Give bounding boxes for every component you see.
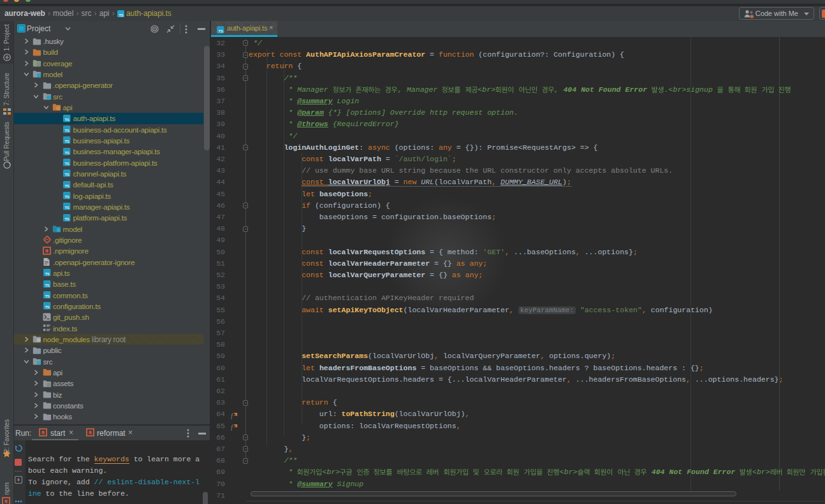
svg-text:TS: TS (64, 129, 69, 133)
svg-text:TS: TS (45, 272, 49, 276)
svg-text:TS: TS (64, 217, 69, 221)
svg-text:f: f (231, 412, 234, 419)
svg-text:TS: TS (64, 173, 69, 176)
svg-text:TS: TS (45, 284, 49, 287)
svg-text:TS: TS (119, 13, 123, 17)
svg-text:f: f (231, 423, 234, 431)
svg-text:TS: TS (64, 151, 69, 155)
svg-text:TS: TS (45, 294, 49, 298)
svg-text:TS: TS (64, 162, 69, 166)
svg-text:TS: TS (64, 206, 69, 210)
svg-text:TS: TS (45, 305, 49, 309)
svg-text:TS: TS (64, 140, 69, 143)
svg-text:TS: TS (218, 29, 223, 33)
svg-text:TS: TS (64, 118, 69, 122)
svg-text:TS: TS (64, 195, 69, 199)
svg-text:TS: TS (64, 184, 69, 188)
